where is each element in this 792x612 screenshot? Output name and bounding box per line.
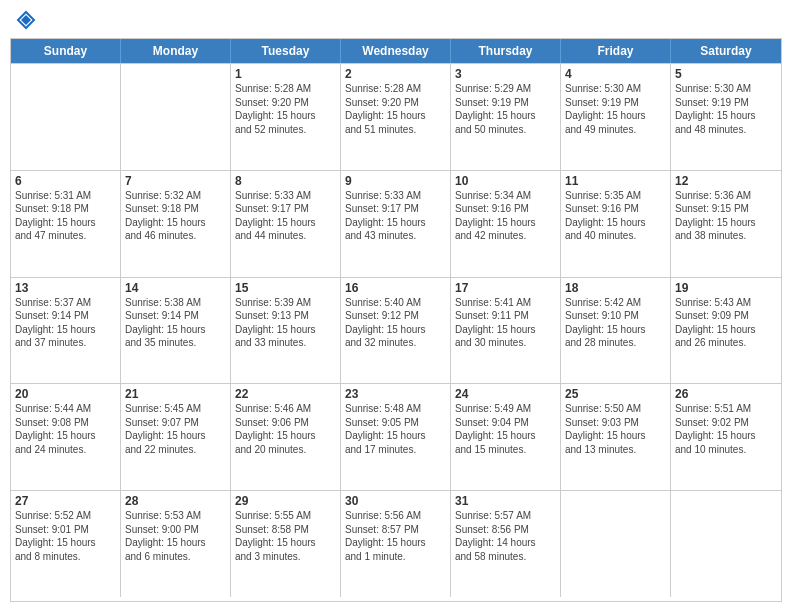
cell-info: Sunrise: 5:40 AM Sunset: 9:12 PM Dayligh… [345, 296, 446, 350]
calendar-cell-31: 31Sunrise: 5:57 AM Sunset: 8:56 PM Dayli… [451, 491, 561, 597]
cell-info: Sunrise: 5:37 AM Sunset: 9:14 PM Dayligh… [15, 296, 116, 350]
calendar-cell-6: 6Sunrise: 5:31 AM Sunset: 9:18 PM Daylig… [11, 171, 121, 277]
cell-info: Sunrise: 5:39 AM Sunset: 9:13 PM Dayligh… [235, 296, 336, 350]
day-number: 6 [15, 174, 116, 188]
day-number: 15 [235, 281, 336, 295]
header [10, 10, 782, 30]
day-number: 21 [125, 387, 226, 401]
calendar-cell-29: 29Sunrise: 5:55 AM Sunset: 8:58 PM Dayli… [231, 491, 341, 597]
calendar-cell-26: 26Sunrise: 5:51 AM Sunset: 9:02 PM Dayli… [671, 384, 781, 490]
calendar-cell-empty [121, 64, 231, 170]
cell-info: Sunrise: 5:56 AM Sunset: 8:57 PM Dayligh… [345, 509, 446, 563]
day-number: 5 [675, 67, 777, 81]
cell-info: Sunrise: 5:34 AM Sunset: 9:16 PM Dayligh… [455, 189, 556, 243]
weekday-header-tuesday: Tuesday [231, 39, 341, 63]
calendar-cell-empty [11, 64, 121, 170]
cell-info: Sunrise: 5:38 AM Sunset: 9:14 PM Dayligh… [125, 296, 226, 350]
calendar-cell-24: 24Sunrise: 5:49 AM Sunset: 9:04 PM Dayli… [451, 384, 561, 490]
calendar-header: SundayMondayTuesdayWednesdayThursdayFrid… [11, 39, 781, 63]
calendar-row-3: 20Sunrise: 5:44 AM Sunset: 9:08 PM Dayli… [11, 383, 781, 490]
day-number: 2 [345, 67, 446, 81]
calendar-cell-22: 22Sunrise: 5:46 AM Sunset: 9:06 PM Dayli… [231, 384, 341, 490]
calendar-cell-17: 17Sunrise: 5:41 AM Sunset: 9:11 PM Dayli… [451, 278, 561, 384]
calendar-cell-20: 20Sunrise: 5:44 AM Sunset: 9:08 PM Dayli… [11, 384, 121, 490]
calendar-cell-30: 30Sunrise: 5:56 AM Sunset: 8:57 PM Dayli… [341, 491, 451, 597]
calendar-cell-19: 19Sunrise: 5:43 AM Sunset: 9:09 PM Dayli… [671, 278, 781, 384]
calendar-cell-9: 9Sunrise: 5:33 AM Sunset: 9:17 PM Daylig… [341, 171, 451, 277]
day-number: 25 [565, 387, 666, 401]
day-number: 19 [675, 281, 777, 295]
calendar-cell-11: 11Sunrise: 5:35 AM Sunset: 9:16 PM Dayli… [561, 171, 671, 277]
calendar-cell-25: 25Sunrise: 5:50 AM Sunset: 9:03 PM Dayli… [561, 384, 671, 490]
weekday-header-sunday: Sunday [11, 39, 121, 63]
cell-info: Sunrise: 5:55 AM Sunset: 8:58 PM Dayligh… [235, 509, 336, 563]
page: SundayMondayTuesdayWednesdayThursdayFrid… [0, 0, 792, 612]
day-number: 3 [455, 67, 556, 81]
calendar-cell-13: 13Sunrise: 5:37 AM Sunset: 9:14 PM Dayli… [11, 278, 121, 384]
day-number: 8 [235, 174, 336, 188]
calendar-cell-12: 12Sunrise: 5:36 AM Sunset: 9:15 PM Dayli… [671, 171, 781, 277]
cell-info: Sunrise: 5:28 AM Sunset: 9:20 PM Dayligh… [235, 82, 336, 136]
calendar-cell-10: 10Sunrise: 5:34 AM Sunset: 9:16 PM Dayli… [451, 171, 561, 277]
day-number: 30 [345, 494, 446, 508]
day-number: 27 [15, 494, 116, 508]
weekday-header-saturday: Saturday [671, 39, 781, 63]
cell-info: Sunrise: 5:53 AM Sunset: 9:00 PM Dayligh… [125, 509, 226, 563]
calendar-row-1: 6Sunrise: 5:31 AM Sunset: 9:18 PM Daylig… [11, 170, 781, 277]
cell-info: Sunrise: 5:48 AM Sunset: 9:05 PM Dayligh… [345, 402, 446, 456]
cell-info: Sunrise: 5:31 AM Sunset: 9:18 PM Dayligh… [15, 189, 116, 243]
calendar-cell-4: 4Sunrise: 5:30 AM Sunset: 9:19 PM Daylig… [561, 64, 671, 170]
day-number: 29 [235, 494, 336, 508]
calendar-cell-27: 27Sunrise: 5:52 AM Sunset: 9:01 PM Dayli… [11, 491, 121, 597]
calendar-cell-16: 16Sunrise: 5:40 AM Sunset: 9:12 PM Dayli… [341, 278, 451, 384]
day-number: 23 [345, 387, 446, 401]
cell-info: Sunrise: 5:41 AM Sunset: 9:11 PM Dayligh… [455, 296, 556, 350]
calendar-cell-28: 28Sunrise: 5:53 AM Sunset: 9:00 PM Dayli… [121, 491, 231, 597]
calendar-cell-empty [561, 491, 671, 597]
day-number: 10 [455, 174, 556, 188]
day-number: 31 [455, 494, 556, 508]
cell-info: Sunrise: 5:44 AM Sunset: 9:08 PM Dayligh… [15, 402, 116, 456]
calendar-cell-14: 14Sunrise: 5:38 AM Sunset: 9:14 PM Dayli… [121, 278, 231, 384]
cell-info: Sunrise: 5:49 AM Sunset: 9:04 PM Dayligh… [455, 402, 556, 456]
logo-icon [16, 10, 36, 30]
weekday-header-friday: Friday [561, 39, 671, 63]
cell-info: Sunrise: 5:52 AM Sunset: 9:01 PM Dayligh… [15, 509, 116, 563]
cell-info: Sunrise: 5:33 AM Sunset: 9:17 PM Dayligh… [235, 189, 336, 243]
day-number: 13 [15, 281, 116, 295]
calendar: SundayMondayTuesdayWednesdayThursdayFrid… [10, 38, 782, 602]
calendar-cell-3: 3Sunrise: 5:29 AM Sunset: 9:19 PM Daylig… [451, 64, 561, 170]
calendar-cell-7: 7Sunrise: 5:32 AM Sunset: 9:18 PM Daylig… [121, 171, 231, 277]
calendar-cell-8: 8Sunrise: 5:33 AM Sunset: 9:17 PM Daylig… [231, 171, 341, 277]
day-number: 24 [455, 387, 556, 401]
day-number: 11 [565, 174, 666, 188]
day-number: 1 [235, 67, 336, 81]
cell-info: Sunrise: 5:50 AM Sunset: 9:03 PM Dayligh… [565, 402, 666, 456]
day-number: 18 [565, 281, 666, 295]
weekday-header-wednesday: Wednesday [341, 39, 451, 63]
calendar-cell-23: 23Sunrise: 5:48 AM Sunset: 9:05 PM Dayli… [341, 384, 451, 490]
calendar-cell-15: 15Sunrise: 5:39 AM Sunset: 9:13 PM Dayli… [231, 278, 341, 384]
cell-info: Sunrise: 5:45 AM Sunset: 9:07 PM Dayligh… [125, 402, 226, 456]
cell-info: Sunrise: 5:35 AM Sunset: 9:16 PM Dayligh… [565, 189, 666, 243]
calendar-cell-18: 18Sunrise: 5:42 AM Sunset: 9:10 PM Dayli… [561, 278, 671, 384]
cell-info: Sunrise: 5:36 AM Sunset: 9:15 PM Dayligh… [675, 189, 777, 243]
day-number: 4 [565, 67, 666, 81]
weekday-header-thursday: Thursday [451, 39, 561, 63]
cell-info: Sunrise: 5:43 AM Sunset: 9:09 PM Dayligh… [675, 296, 777, 350]
day-number: 14 [125, 281, 226, 295]
calendar-row-0: 1Sunrise: 5:28 AM Sunset: 9:20 PM Daylig… [11, 63, 781, 170]
cell-info: Sunrise: 5:32 AM Sunset: 9:18 PM Dayligh… [125, 189, 226, 243]
day-number: 22 [235, 387, 336, 401]
cell-info: Sunrise: 5:33 AM Sunset: 9:17 PM Dayligh… [345, 189, 446, 243]
day-number: 9 [345, 174, 446, 188]
cell-info: Sunrise: 5:30 AM Sunset: 9:19 PM Dayligh… [565, 82, 666, 136]
calendar-cell-5: 5Sunrise: 5:30 AM Sunset: 9:19 PM Daylig… [671, 64, 781, 170]
calendar-cell-2: 2Sunrise: 5:28 AM Sunset: 9:20 PM Daylig… [341, 64, 451, 170]
day-number: 12 [675, 174, 777, 188]
logo [14, 10, 36, 30]
calendar-cell-1: 1Sunrise: 5:28 AM Sunset: 9:20 PM Daylig… [231, 64, 341, 170]
day-number: 20 [15, 387, 116, 401]
calendar-cell-empty [671, 491, 781, 597]
calendar-row-4: 27Sunrise: 5:52 AM Sunset: 9:01 PM Dayli… [11, 490, 781, 597]
